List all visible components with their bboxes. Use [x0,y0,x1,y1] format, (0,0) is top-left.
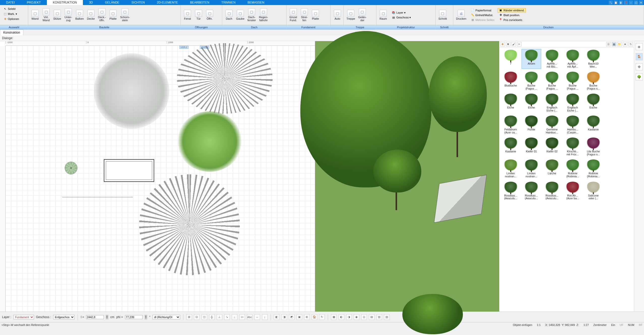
blatt-position[interactable]: ✥Blatt position. [498,13,526,17]
mehrere-seiten[interactable]: ▦Mehrere Seiten [470,18,496,22]
library-item[interactable]: Blutbuche [501,71,521,91]
tree-2d-wireframe-2[interactable] [139,174,240,275]
view-tool-2[interactable]: ◨ [281,314,287,320]
menu-konstruktion[interactable]: KONSTRUKTION [47,0,83,5]
dl-select[interactable]: dl (Richtung/Di [152,315,180,319]
library-item[interactable]: Robinie(Robinia... [563,159,583,179]
library-item[interactable]: GemeineHainbuc... [542,115,562,135]
treppe-treppe[interactable]: ▢Treppe [345,9,356,21]
tree-2d-wireframe-1[interactable] [177,43,273,114]
bauteil-st-tze[interactable]: ▢Stütze [52,9,62,21]
library-item[interactable]: Lindennostran... [501,159,521,179]
auto-auto[interactable]: ▢Auto [332,9,343,21]
dach-dach-fenster[interactable]: ▢Dach-fenster [246,8,257,22]
render-tool-4[interactable]: ◉ [354,314,359,320]
library-item[interactable]: Kirschb...mit Früc... [563,137,583,157]
lib-refresh-icon[interactable]: ↻ [628,42,633,46]
library-item[interactable]: 7 [501,49,521,69]
select-tool[interactable]: ↖Selekt [2,7,17,11]
papierformat[interactable]: 📄Papierformat [470,8,496,13]
library-item[interactable]: Apfelb...mit Blü... [542,49,562,69]
projekt-raum[interactable]: ▢Raum [378,9,389,21]
lib-add-icon[interactable]: ✚ [500,42,505,46]
library-item[interactable]: EnglischEiche (... [563,93,583,113]
length-input[interactable] [86,315,104,319]
bauteil-deck-ffn-[interactable]: ▢Deck.-öffn. [97,8,107,22]
mark-tool[interactable]: ⬚Mark. ▾ [2,12,18,16]
fundament-einzel-fund-[interactable]: ▢EinzelFund. [288,8,299,22]
bauteil-wand[interactable]: ▢Wand [30,9,40,21]
menu-projekt[interactable]: PROJEKT [21,0,47,5]
drucken-drucken[interactable]: 🖨Drucken [455,9,468,21]
2d-canvas[interactable]: 1228,2 1520,4 [6,46,315,312]
render-tool-7[interactable]: ▥ [376,314,382,320]
oeffnung--ffn-[interactable]: ▢Öffn. [204,9,215,21]
view-tool-5[interactable]: ⊕ [304,314,310,320]
library-item[interactable]: Kastanie [584,115,603,135]
geschoss-dropdown[interactable]: ▤Geschoss ▾ [391,15,412,20]
library-item[interactable]: Fichte [522,115,541,135]
lib-star-icon[interactable]: ★ [623,42,627,46]
menu-sichten[interactable]: SICHTEN [125,0,151,5]
menu-gelände[interactable]: GELÄNDE [99,0,125,5]
library-item[interactable]: Kastanie [501,137,521,157]
menu-datei[interactable]: DATEI [0,0,21,5]
building-3d[interactable] [434,175,487,223]
view-tool-4[interactable]: ▣ [297,314,302,320]
view-tool-1[interactable]: ◧ [274,314,279,320]
library-item[interactable]: Lärche [542,159,562,179]
options-tool[interactable]: ✚Optionen [2,17,20,21]
menu-2d-elemente[interactable]: 2D-ELEMENTE [151,0,184,5]
lib-paint-icon[interactable]: 🖌 [511,42,516,46]
3d-view[interactable] [315,41,499,312]
bauteil-unter-zug[interactable]: ▢Unter-zug [63,8,74,22]
render-tool-3[interactable]: ◑ [346,314,352,320]
lib-view-list-icon[interactable]: ☰ [606,42,611,46]
library-item[interactable]: Hainbu...(Carpin... [563,115,583,135]
library-item[interactable]: Ahorn [522,49,541,69]
snap-tool-4[interactable]: ╬ [209,314,215,320]
titlebar-icon-6[interactable]: ✕ [639,1,643,5]
render-tool-8[interactable]: ▨ [384,314,390,320]
library-item[interactable]: Eiche [501,93,521,113]
lib-view-grid-icon[interactable]: ▦ [612,42,616,46]
geschoss-select[interactable]: Erdgeschos [53,315,75,319]
view-tool-7[interactable]: ↻ [319,314,325,320]
library-item[interactable]: Baum10Wer... [584,49,603,69]
render-tool-2[interactable]: ◐ [339,314,344,320]
sidestrip-layers-icon[interactable]: ◈ [636,43,643,50]
titlebar-icon-3[interactable]: ❓ [624,1,628,5]
library-item[interactable]: Robinie(Robinia... [584,159,603,179]
tree-3d-tall[interactable] [429,56,487,132]
floorplan-building[interactable] [104,159,154,182]
tree-2d-green[interactable] [177,111,242,172]
measure-tool[interactable]: ↔ [254,314,260,320]
bauteil-virt-wand[interactable]: ▢Virt.Wand [41,8,51,22]
lib-folder-icon[interactable]: 📁 [617,42,622,46]
library-item[interactable]: Rosskas...(Aesculu... [501,181,521,201]
pos-zuruecksetzen[interactable]: 📍Pos zurücksetz. [498,18,526,22]
snap-tool-2[interactable]: ⊡ [194,314,200,320]
snap-tool-6[interactable]: ↘ [224,314,230,320]
2d-plan-view[interactable]: -10000100020003000 1228,2 1520,4 [0,41,315,312]
tab-konstruktion[interactable]: Konstruktion [0,30,23,35]
snap-tool-7[interactable]: ⟂ [232,314,237,320]
library-item[interactable]: Buche(Fagus ... [563,71,583,91]
bauteil-decke[interactable]: ▢Decke [86,9,96,21]
dach-regen-fallrohr[interactable]: ▢Regen-fallrohr [258,8,269,22]
snap-tool-8[interactable]: ▭ [239,314,245,320]
library-item[interactable]: Lila Buche(Fagus s... [584,137,603,157]
library-item[interactable]: Lindennostran... [522,159,541,179]
library-item[interactable]: Rosskas...(Aesculu... [522,181,541,201]
lib-cut-icon[interactable]: ✂ [517,42,522,46]
layer-select[interactable]: Fundament [13,315,34,319]
dim-tool[interactable]: ↕ [262,314,268,320]
render-tool-5[interactable]: ◎ [361,314,367,320]
titlebar-icon-5[interactable]: ▢ [634,1,638,5]
menu-bearbeiten[interactable]: BEARBEITEN [184,0,215,5]
menu-trimmen[interactable]: TRIMMEN [215,0,242,5]
length-down[interactable]: ▼ [106,317,108,319]
tree-2d-gray[interactable] [94,53,169,129]
layer-dropdown[interactable]: 📚Layer ▾ [391,10,412,15]
render-tool-6[interactable]: ▤ [369,314,374,320]
